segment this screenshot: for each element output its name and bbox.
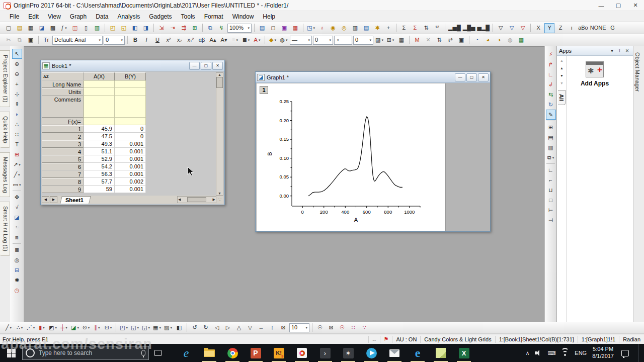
row-index-cell[interactable]: 7	[42, 170, 84, 178]
p-app-taskbar-icon[interactable]: P	[246, 344, 266, 362]
new-matrix[interactable]: ▩	[48, 23, 58, 33]
data-cell-a[interactable]: 49.3	[84, 140, 115, 148]
object-manager-tab[interactable]: Object Manager	[633, 48, 641, 96]
plot-stock[interactable]: ∥	[92, 323, 102, 333]
cut[interactable]: ✂	[4, 35, 14, 45]
sub-superscript[interactable]: x₁²	[186, 35, 196, 45]
import-wizard[interactable]: ⇲	[156, 23, 167, 33]
rotate-cw[interactable]: ↻	[201, 323, 211, 333]
data-cell-b[interactable]: 0	[115, 125, 146, 133]
menu-tools[interactable]: Tools	[177, 12, 200, 22]
annotate-table[interactable]: ▦	[516, 35, 526, 45]
extract-to-layers[interactable]: ∟	[546, 69, 556, 79]
data-cell-a[interactable]: 57.7	[84, 178, 115, 186]
star-tool[interactable]: ✱	[12, 275, 22, 285]
merge-graphs[interactable]: ↲	[546, 79, 556, 89]
tilt-right[interactable]: ▷	[223, 323, 233, 333]
set-as-y[interactable]: Y	[544, 23, 554, 33]
plot-area[interactable]: ◩	[48, 323, 58, 333]
distribute[interactable]: ≣	[241, 35, 251, 45]
rerun-analysis[interactable]: ↯	[216, 23, 226, 33]
plot-3d-scatter[interactable]: ◰	[119, 323, 129, 333]
data-cell-b[interactable]: 0	[115, 133, 146, 140]
book1-window[interactable]: ▦ Book1 * — ▢ ✕ AZ A(X) B(Y) Long Name	[40, 60, 225, 205]
border-style[interactable]	[334, 36, 352, 45]
sticky-notes-taskbar-icon[interactable]	[431, 344, 451, 362]
file-explorer-taskbar-icon[interactable]	[199, 344, 219, 362]
plot-line[interactable]: ╱	[4, 323, 14, 333]
data-cell-a[interactable]: 56.3	[84, 170, 115, 178]
dock-tab-smart-hint-log-1-[interactable]: Smart Hint Log (1)	[0, 202, 10, 256]
app-gallery[interactable]: ✱	[372, 23, 382, 33]
set-as-label[interactable]: aBo	[578, 23, 589, 33]
axis-right[interactable]: ⊣	[546, 215, 556, 225]
wifi-icon[interactable]	[561, 350, 569, 356]
merge-cells[interactable]: ▦	[396, 35, 407, 45]
telegram-taskbar-icon[interactable]	[361, 344, 381, 362]
scroll-up[interactable]: ▲	[558, 64, 566, 72]
menu-help[interactable]: Help	[258, 12, 280, 22]
scrollbar-thumb[interactable]	[216, 77, 223, 88]
add-columns[interactable]: +	[383, 23, 393, 33]
graph1-close-button[interactable]: ✕	[478, 73, 489, 81]
microphone-icon[interactable]	[141, 350, 145, 356]
reset-rotation[interactable]: ⊠	[278, 323, 288, 333]
new-excel[interactable]: ▥	[92, 23, 102, 33]
set-as-group[interactable]: G	[608, 23, 618, 33]
menu-view[interactable]: View	[43, 12, 65, 22]
row-index-cell[interactable]: 5	[42, 155, 84, 163]
new-graph[interactable]: ◪	[37, 23, 47, 33]
menu-data[interactable]: Data	[91, 12, 113, 22]
scroll-down[interactable]: ▼	[558, 72, 566, 79]
date-time-tool[interactable]: ◷	[12, 285, 22, 295]
layer-grid-2[interactable]: ▤	[546, 132, 556, 142]
ie-taskbar-icon[interactable]: e	[176, 344, 196, 362]
plot-3d-frame[interactable]: ⊡	[103, 323, 113, 333]
insert-graph[interactable]: ◪	[12, 212, 22, 222]
minimize-button[interactable]: —	[593, 0, 610, 11]
clear-filter[interactable]: ▽	[518, 23, 528, 33]
command-window[interactable]: ▤	[361, 23, 371, 33]
scroll-last[interactable]: ▼	[558, 79, 566, 87]
add-layer[interactable]: ⊞	[546, 122, 556, 132]
script-window[interactable]: ▥	[350, 23, 360, 33]
rotate-ccw[interactable]: ↺	[190, 323, 200, 333]
data-cell-b[interactable]: 0.002	[115, 178, 146, 186]
book1-title-bar[interactable]: ▦ Book1 * — ▢ ✕	[41, 60, 224, 71]
mask-range-tool[interactable]: ◗	[12, 109, 22, 119]
paste[interactable]: ▣	[26, 35, 36, 45]
annotation-tool[interactable]: ⊹	[12, 89, 22, 99]
stretch-3d[interactable]: ↔	[256, 323, 266, 333]
find-next[interactable]: ◎	[339, 23, 349, 33]
resize-grip[interactable]: ⸪	[216, 197, 223, 203]
refresh-xy[interactable]: ↻	[546, 100, 556, 110]
comments-cell-a[interactable]	[84, 96, 115, 118]
import-excel[interactable]: ⊞	[190, 23, 200, 33]
plot-contour[interactable]: ▦	[152, 323, 162, 333]
tilt-down[interactable]: ▽	[245, 323, 255, 333]
digits-format[interactable]: ¹²	[432, 23, 442, 33]
zoom-out-tool[interactable]: ⊖	[12, 69, 22, 79]
menu-edit[interactable]: Edit	[24, 12, 43, 22]
apps-menu-icon[interactable]: ▾	[608, 47, 616, 54]
tilt-up[interactable]: △	[234, 323, 244, 333]
pin-icon[interactable]: ⊤	[616, 47, 623, 54]
column-spacing[interactable]: ⇄	[445, 35, 455, 45]
action-center-icon[interactable]	[621, 350, 629, 356]
graph1-restore-button[interactable]: ▢	[466, 73, 477, 81]
touch-keyboard-icon[interactable]: ⌨	[547, 350, 555, 356]
dock-tab-messages-log[interactable]: Messages Log	[0, 152, 10, 198]
superscript[interactable]: x²	[164, 35, 174, 45]
data-cell-a[interactable]: 54.2	[84, 163, 115, 170]
tray-expand-chevron[interactable]: ∧	[525, 350, 529, 356]
menu-analysis[interactable]: Analysis	[113, 12, 145, 22]
mail-taskbar-icon[interactable]	[384, 344, 405, 362]
font-face-icon[interactable]: Ŧr	[41, 35, 51, 45]
import-multiple-ascii[interactable]: ⇶	[179, 23, 189, 33]
axis-top-left[interactable]: ⌐	[546, 175, 556, 185]
screen-reader-tool[interactable]: +	[12, 79, 22, 89]
style-mask[interactable]: M	[412, 35, 422, 45]
data-selector-tool[interactable]: ⇞	[12, 99, 22, 109]
insert-equation[interactable]: √	[12, 202, 22, 212]
data-cell-b[interactable]: 0.001	[115, 140, 146, 148]
